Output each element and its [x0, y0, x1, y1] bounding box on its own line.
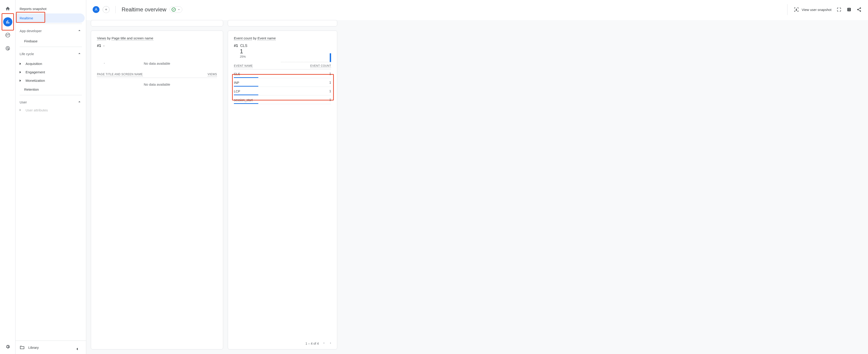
- status-chip[interactable]: [169, 6, 182, 13]
- event-row[interactable]: CLS1: [234, 69, 331, 78]
- views-nodata-table: No data available: [97, 78, 217, 91]
- events-table-head: EVENT NAME EVENT COUNT: [234, 64, 331, 69]
- event-row-count: 1: [329, 72, 331, 76]
- views-rank: #1 -: [97, 44, 217, 48]
- svg-rect-3: [849, 7, 849, 12]
- compare-icon: [846, 7, 851, 12]
- rail-home[interactable]: [3, 4, 12, 13]
- views-dash: -: [97, 59, 105, 65]
- explore-icon: [5, 33, 10, 38]
- collapse-nav-button[interactable]: [74, 347, 80, 352]
- event-row-name: CLS: [234, 72, 240, 76]
- event-row-name: INP: [234, 80, 239, 84]
- share-icon: [857, 7, 862, 12]
- icon-rail: [0, 0, 16, 354]
- folder-icon: [20, 345, 25, 350]
- triangle-right-icon: [20, 63, 21, 65]
- events-rank: #1 CLS: [234, 44, 331, 48]
- events-card-title[interactable]: Event count by Event name: [234, 36, 331, 40]
- events-card: Event count by Event name #1 CLS 1 25% E…: [228, 31, 337, 349]
- event-row[interactable]: LCP1: [234, 87, 331, 96]
- chevron-up-icon: [77, 51, 82, 57]
- event-row[interactable]: INP1: [234, 78, 331, 87]
- views-card: Views by Page title and screen name #1 -…: [91, 31, 223, 349]
- user-snapshot-icon: [794, 7, 799, 12]
- pager-next[interactable]: [329, 341, 333, 346]
- event-row-bar: [234, 95, 258, 95]
- header: A + Realtime overview View user snapshot: [86, 0, 868, 20]
- nav-library[interactable]: Library: [20, 345, 82, 350]
- pager-prev[interactable]: [322, 341, 326, 346]
- nav-group-user[interactable]: User: [16, 96, 86, 108]
- svg-point-4: [860, 7, 861, 9]
- nav-engagement[interactable]: Engagement: [16, 68, 86, 76]
- events-pager: 1 – 4 of 4: [306, 341, 333, 346]
- rail-explore[interactable]: [3, 31, 12, 40]
- check-circle-icon: [172, 7, 176, 12]
- nav-firebase[interactable]: Firebase: [16, 36, 85, 46]
- chevron-up-icon: [77, 99, 82, 105]
- triangle-right-icon: [20, 109, 21, 111]
- card-stub-left: [91, 20, 223, 27]
- card-stub-right: [228, 20, 337, 27]
- svg-point-5: [857, 9, 859, 10]
- event-row-bar: [234, 86, 258, 86]
- svg-rect-2: [849, 8, 851, 11]
- events-rows: CLS1INP1LCP1session_start1: [234, 69, 331, 104]
- views-table-head: PAGE TITLE AND SCREEN NAME VIEWS: [97, 73, 217, 78]
- fullscreen-icon: [837, 7, 841, 12]
- nav-monetization[interactable]: Monetization: [16, 76, 86, 85]
- triangle-right-icon: [20, 79, 21, 82]
- nav-group-label: App developer: [20, 29, 42, 33]
- svg-point-6: [860, 10, 861, 12]
- sparkline: [281, 54, 331, 63]
- fullscreen-button[interactable]: [837, 7, 841, 12]
- nav-group-label: User: [20, 100, 27, 104]
- nav-acquisition[interactable]: Acquisition: [16, 60, 86, 68]
- view-user-snapshot-button[interactable]: View user snapshot: [794, 7, 832, 12]
- chevron-left-icon: [74, 347, 80, 352]
- nav-group-app-developer[interactable]: App developer: [16, 25, 86, 36]
- nav-reports-snapshot[interactable]: Reports snapshot: [16, 4, 85, 13]
- page-title: Realtime overview: [122, 6, 166, 13]
- nav-group-label: Life cycle: [20, 52, 34, 56]
- triangle-right-icon: [20, 71, 21, 73]
- event-row-name: LCP: [234, 89, 240, 93]
- chevron-up-icon: [77, 28, 82, 34]
- target-click-icon: [5, 46, 10, 51]
- rail-advertising[interactable]: [3, 44, 12, 53]
- event-row-count: 1: [329, 98, 331, 102]
- nav-group-life-cycle[interactable]: Life cycle: [16, 48, 86, 60]
- nav-retention[interactable]: Retention: [16, 85, 85, 94]
- main-area: A + Realtime overview View user snapshot: [86, 0, 868, 354]
- views-nodata-top: No data available: [97, 57, 217, 70]
- event-row-bar: [234, 77, 258, 78]
- add-comparison-button[interactable]: +: [103, 6, 110, 13]
- svg-rect-1: [847, 8, 849, 11]
- gear-icon: [5, 344, 10, 349]
- chevron-down-icon: [178, 8, 180, 11]
- side-nav: Reports snapshot Realtime App developer …: [16, 0, 86, 354]
- nav-realtime[interactable]: Realtime: [16, 13, 85, 23]
- views-card-title[interactable]: Views by Page title and screen name: [97, 36, 217, 40]
- avatar[interactable]: A: [93, 6, 99, 13]
- rail-settings[interactable]: [3, 342, 12, 351]
- event-row-bar: [234, 103, 258, 104]
- event-row-name: session_start: [234, 98, 253, 102]
- rail-reports[interactable]: [3, 17, 12, 27]
- svg-point-0: [796, 9, 797, 10]
- event-row[interactable]: session_start1: [234, 96, 331, 104]
- event-row-count: 1: [329, 81, 331, 84]
- home-icon: [5, 6, 10, 11]
- compare-button[interactable]: [846, 7, 851, 12]
- share-button[interactable]: [857, 7, 862, 12]
- nav-user-attributes[interactable]: User attributes: [16, 108, 86, 112]
- event-row-count: 1: [329, 89, 331, 93]
- bar-chart-icon: [5, 20, 10, 24]
